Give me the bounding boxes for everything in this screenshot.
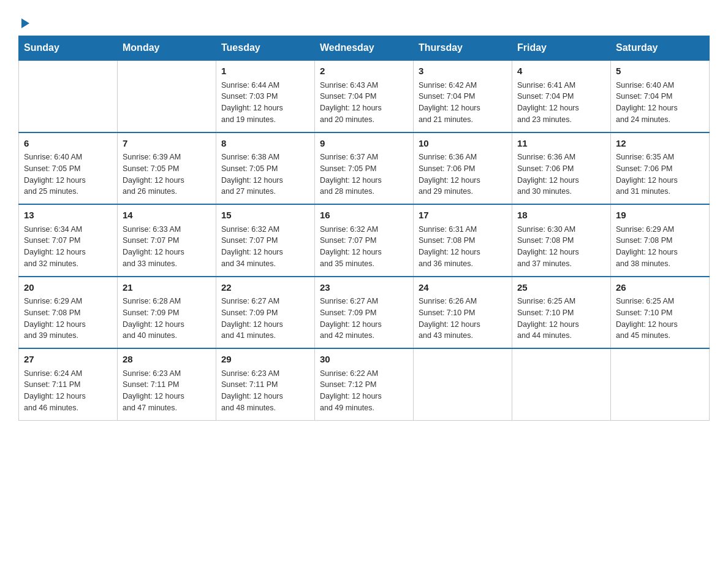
day-info: Sunrise: 6:34 AM Sunset: 7:07 PM Dayligh… bbox=[24, 224, 112, 270]
calendar-day-1: 1Sunrise: 6:44 AM Sunset: 7:03 PM Daylig… bbox=[216, 60, 315, 132]
day-number: 3 bbox=[419, 64, 507, 79]
weekday-header-sunday: Sunday bbox=[19, 36, 118, 61]
day-number: 18 bbox=[517, 209, 605, 223]
calendar-day-8: 8Sunrise: 6:38 AM Sunset: 7:05 PM Daylig… bbox=[216, 132, 315, 205]
weekday-header-wednesday: Wednesday bbox=[315, 36, 414, 61]
day-number: 26 bbox=[616, 281, 704, 295]
day-number: 29 bbox=[221, 353, 309, 367]
calendar-empty-cell bbox=[611, 348, 710, 420]
day-info: Sunrise: 6:30 AM Sunset: 7:08 PM Dayligh… bbox=[517, 224, 605, 270]
day-info: Sunrise: 6:33 AM Sunset: 7:07 PM Dayligh… bbox=[123, 224, 211, 270]
calendar-day-3: 3Sunrise: 6:42 AM Sunset: 7:04 PM Daylig… bbox=[414, 60, 512, 132]
day-info: Sunrise: 6:43 AM Sunset: 7:04 PM Dayligh… bbox=[320, 80, 408, 126]
day-info: Sunrise: 6:32 AM Sunset: 7:07 PM Dayligh… bbox=[221, 224, 309, 270]
day-number: 4 bbox=[517, 64, 605, 79]
day-number: 16 bbox=[320, 209, 408, 223]
calendar-day-23: 23Sunrise: 6:27 AM Sunset: 7:09 PM Dayli… bbox=[315, 277, 414, 349]
calendar-day-25: 25Sunrise: 6:25 AM Sunset: 7:10 PM Dayli… bbox=[512, 277, 611, 349]
day-info: Sunrise: 6:28 AM Sunset: 7:09 PM Dayligh… bbox=[123, 296, 211, 342]
day-info: Sunrise: 6:31 AM Sunset: 7:08 PM Dayligh… bbox=[419, 224, 507, 270]
day-info: Sunrise: 6:39 AM Sunset: 7:05 PM Dayligh… bbox=[123, 151, 211, 197]
calendar-day-12: 12Sunrise: 6:35 AM Sunset: 7:06 PM Dayli… bbox=[611, 132, 710, 205]
day-number: 9 bbox=[320, 137, 408, 151]
logo bbox=[18, 18, 29, 29]
day-info: Sunrise: 6:25 AM Sunset: 7:10 PM Dayligh… bbox=[616, 296, 704, 342]
day-info: Sunrise: 6:26 AM Sunset: 7:10 PM Dayligh… bbox=[419, 296, 507, 342]
day-number: 23 bbox=[320, 281, 408, 295]
day-number: 25 bbox=[517, 281, 605, 295]
weekday-header-monday: Monday bbox=[118, 36, 216, 61]
calendar-week-row: 6Sunrise: 6:40 AM Sunset: 7:05 PM Daylig… bbox=[19, 132, 710, 205]
calendar-day-22: 22Sunrise: 6:27 AM Sunset: 7:09 PM Dayli… bbox=[216, 277, 315, 349]
day-number: 21 bbox=[123, 281, 211, 295]
calendar-day-28: 28Sunrise: 6:23 AM Sunset: 7:11 PM Dayli… bbox=[118, 348, 216, 420]
day-number: 30 bbox=[320, 353, 408, 367]
day-info: Sunrise: 6:35 AM Sunset: 7:06 PM Dayligh… bbox=[616, 151, 704, 197]
calendar-day-26: 26Sunrise: 6:25 AM Sunset: 7:10 PM Dayli… bbox=[611, 277, 710, 349]
calendar-day-14: 14Sunrise: 6:33 AM Sunset: 7:07 PM Dayli… bbox=[118, 204, 216, 277]
calendar-day-4: 4Sunrise: 6:41 AM Sunset: 7:04 PM Daylig… bbox=[512, 60, 611, 132]
day-info: Sunrise: 6:44 AM Sunset: 7:03 PM Dayligh… bbox=[221, 80, 309, 126]
day-number: 13 bbox=[24, 209, 112, 223]
day-number: 20 bbox=[24, 281, 112, 295]
day-number: 5 bbox=[616, 64, 704, 79]
day-info: Sunrise: 6:42 AM Sunset: 7:04 PM Dayligh… bbox=[419, 80, 507, 126]
day-number: 6 bbox=[24, 137, 112, 151]
calendar-day-19: 19Sunrise: 6:29 AM Sunset: 7:08 PM Dayli… bbox=[611, 204, 710, 277]
calendar-empty-cell bbox=[512, 348, 611, 420]
day-number: 24 bbox=[419, 281, 507, 295]
day-number: 19 bbox=[616, 209, 704, 223]
calendar-day-10: 10Sunrise: 6:36 AM Sunset: 7:06 PM Dayli… bbox=[414, 132, 512, 205]
day-info: Sunrise: 6:32 AM Sunset: 7:07 PM Dayligh… bbox=[320, 224, 408, 270]
calendar-day-9: 9Sunrise: 6:37 AM Sunset: 7:05 PM Daylig… bbox=[315, 132, 414, 205]
logo-triangle-icon bbox=[21, 18, 29, 28]
day-number: 8 bbox=[221, 137, 309, 151]
calendar-day-21: 21Sunrise: 6:28 AM Sunset: 7:09 PM Dayli… bbox=[118, 277, 216, 349]
day-info: Sunrise: 6:25 AM Sunset: 7:10 PM Dayligh… bbox=[517, 296, 605, 342]
calendar-day-29: 29Sunrise: 6:23 AM Sunset: 7:11 PM Dayli… bbox=[216, 348, 315, 420]
day-number: 27 bbox=[24, 353, 112, 367]
day-info: Sunrise: 6:29 AM Sunset: 7:08 PM Dayligh… bbox=[24, 296, 112, 342]
day-info: Sunrise: 6:40 AM Sunset: 7:05 PM Dayligh… bbox=[24, 151, 112, 197]
calendar-day-16: 16Sunrise: 6:32 AM Sunset: 7:07 PM Dayli… bbox=[315, 204, 414, 277]
calendar-day-15: 15Sunrise: 6:32 AM Sunset: 7:07 PM Dayli… bbox=[216, 204, 315, 277]
day-info: Sunrise: 6:36 AM Sunset: 7:06 PM Dayligh… bbox=[419, 151, 507, 197]
day-info: Sunrise: 6:22 AM Sunset: 7:12 PM Dayligh… bbox=[320, 368, 408, 414]
calendar-week-row: 1Sunrise: 6:44 AM Sunset: 7:03 PM Daylig… bbox=[19, 60, 710, 132]
calendar-header-row: SundayMondayTuesdayWednesdayThursdayFrid… bbox=[19, 36, 710, 61]
day-number: 7 bbox=[123, 137, 211, 151]
day-info: Sunrise: 6:23 AM Sunset: 7:11 PM Dayligh… bbox=[221, 368, 309, 414]
calendar-week-row: 20Sunrise: 6:29 AM Sunset: 7:08 PM Dayli… bbox=[19, 277, 710, 349]
calendar-day-18: 18Sunrise: 6:30 AM Sunset: 7:08 PM Dayli… bbox=[512, 204, 611, 277]
day-info: Sunrise: 6:40 AM Sunset: 7:04 PM Dayligh… bbox=[616, 80, 704, 126]
day-number: 17 bbox=[419, 209, 507, 223]
calendar-empty-cell bbox=[118, 60, 216, 132]
page-header bbox=[18, 12, 710, 29]
weekday-header-thursday: Thursday bbox=[414, 36, 512, 61]
day-info: Sunrise: 6:41 AM Sunset: 7:04 PM Dayligh… bbox=[517, 80, 605, 126]
calendar-day-24: 24Sunrise: 6:26 AM Sunset: 7:10 PM Dayli… bbox=[414, 277, 512, 349]
day-info: Sunrise: 6:38 AM Sunset: 7:05 PM Dayligh… bbox=[221, 151, 309, 197]
day-info: Sunrise: 6:24 AM Sunset: 7:11 PM Dayligh… bbox=[24, 368, 112, 414]
weekday-header-saturday: Saturday bbox=[611, 36, 710, 61]
day-number: 12 bbox=[616, 137, 704, 151]
day-number: 28 bbox=[123, 353, 211, 367]
day-number: 15 bbox=[221, 209, 309, 223]
day-number: 1 bbox=[221, 64, 309, 79]
calendar-day-13: 13Sunrise: 6:34 AM Sunset: 7:07 PM Dayli… bbox=[19, 204, 118, 277]
calendar-day-5: 5Sunrise: 6:40 AM Sunset: 7:04 PM Daylig… bbox=[611, 60, 710, 132]
day-info: Sunrise: 6:36 AM Sunset: 7:06 PM Dayligh… bbox=[517, 151, 605, 197]
day-info: Sunrise: 6:29 AM Sunset: 7:08 PM Dayligh… bbox=[616, 224, 704, 270]
calendar-day-30: 30Sunrise: 6:22 AM Sunset: 7:12 PM Dayli… bbox=[315, 348, 414, 420]
day-number: 22 bbox=[221, 281, 309, 295]
day-number: 11 bbox=[517, 137, 605, 151]
calendar-empty-cell bbox=[19, 60, 118, 132]
calendar-day-20: 20Sunrise: 6:29 AM Sunset: 7:08 PM Dayli… bbox=[19, 277, 118, 349]
day-info: Sunrise: 6:23 AM Sunset: 7:11 PM Dayligh… bbox=[123, 368, 211, 414]
calendar-day-6: 6Sunrise: 6:40 AM Sunset: 7:05 PM Daylig… bbox=[19, 132, 118, 205]
calendar-week-row: 13Sunrise: 6:34 AM Sunset: 7:07 PM Dayli… bbox=[19, 204, 710, 277]
day-info: Sunrise: 6:27 AM Sunset: 7:09 PM Dayligh… bbox=[320, 296, 408, 342]
calendar-day-11: 11Sunrise: 6:36 AM Sunset: 7:06 PM Dayli… bbox=[512, 132, 611, 205]
calendar-day-17: 17Sunrise: 6:31 AM Sunset: 7:08 PM Dayli… bbox=[414, 204, 512, 277]
weekday-header-tuesday: Tuesday bbox=[216, 36, 315, 61]
